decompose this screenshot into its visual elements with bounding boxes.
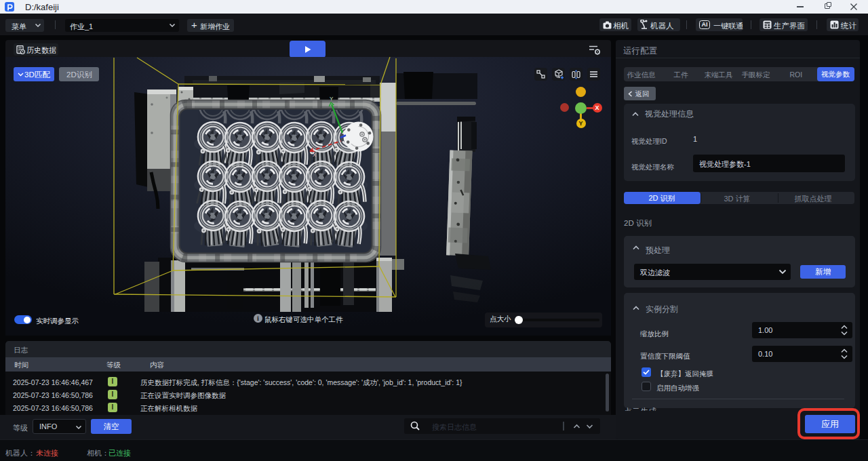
svg-text:X: X — [313, 152, 317, 158]
svg-text:Y: Y — [330, 96, 334, 102]
